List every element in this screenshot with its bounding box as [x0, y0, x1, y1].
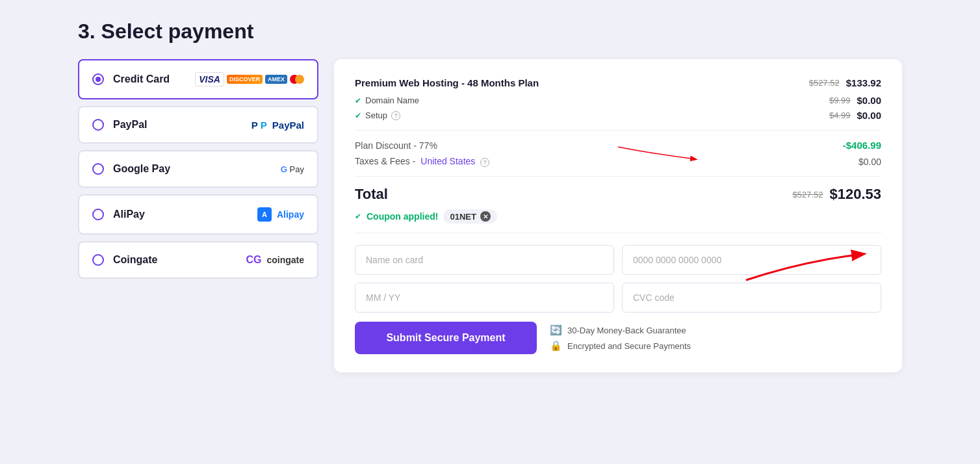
radio-alipay: [92, 209, 104, 220]
product-price-old: $527.52: [809, 78, 840, 88]
card-number-input[interactable]: [622, 245, 881, 275]
check-domain-icon: ✔: [355, 96, 361, 105]
total-old: $527.52: [792, 190, 823, 200]
coupon-applied-label: Coupon applied!: [367, 211, 438, 222]
alipay-icon: A: [257, 207, 272, 222]
gpay-logo: G Pay: [281, 164, 304, 174]
money-back-label: 30-Day Money-Back Guarantee: [567, 326, 686, 335]
total-new: $120.53: [829, 186, 881, 203]
feature-setup-label: Setup: [365, 110, 387, 120]
card-form: [355, 245, 881, 313]
taxes-label-text: Taxes & Fees -: [355, 156, 415, 166]
method-credit-card-label: Credit Card: [113, 73, 186, 85]
radio-google-pay: [92, 163, 104, 175]
method-paypal-label: PayPal: [113, 119, 242, 131]
radio-credit-card: [92, 73, 104, 85]
feature-domain-left: ✔ Domain Name: [355, 96, 419, 105]
feature-domain-price: $9.99 $0.00: [829, 95, 881, 106]
product-name: Premium Web Hosting - 48 Months Plan: [355, 77, 539, 88]
name-on-card-input[interactable]: [355, 245, 614, 275]
discover-icon: DISCOVER: [227, 75, 263, 84]
product-row: Premium Web Hosting - 48 Months Plan $52…: [355, 77, 881, 88]
visa-icon: VISA: [195, 72, 224, 86]
method-coingate[interactable]: Coingate CG coingate: [78, 241, 318, 279]
discount-amount: -$406.99: [843, 140, 881, 151]
paypal-logo: PP PayPal: [251, 120, 304, 131]
divider-1: [355, 130, 881, 131]
divider-3: [355, 233, 881, 233]
feature-setup-price: $4.99 $0.00: [829, 110, 881, 121]
paypal-p2-icon: P: [261, 120, 267, 131]
order-panel: Premium Web Hosting - 48 Months Plan $52…: [334, 59, 902, 372]
method-google-pay-label: Google Pay: [113, 163, 272, 175]
method-alipay-label: AliPay: [113, 209, 248, 220]
check-setup-icon: ✔: [355, 111, 361, 120]
coupon-row: ✔ Coupon applied! 01NET ✕: [355, 209, 881, 224]
main-layout: Credit Card VISA DISCOVER AMEX PayPal PP…: [78, 59, 902, 372]
radio-paypal: [92, 119, 104, 131]
coingate-text: coingate: [266, 255, 304, 265]
total-price-group: $527.52 $120.53: [792, 186, 881, 203]
taxes-info-icon[interactable]: ?: [480, 158, 489, 167]
method-coingate-label: Coingate: [113, 254, 237, 266]
coingate-icon: CG: [246, 254, 261, 266]
taxes-amount: $0.00: [858, 157, 881, 167]
total-label: Total: [355, 186, 388, 203]
cvc-input[interactable]: [622, 283, 881, 313]
taxes-row: Taxes & Fees - United States ? $0.00: [355, 156, 881, 167]
gpay-icons: G Pay: [281, 164, 304, 174]
feature-domain-new: $0.00: [857, 95, 881, 106]
paypal-text: PayPal: [272, 120, 304, 131]
money-back-icon: 🔄: [550, 324, 562, 336]
method-credit-card[interactable]: Credit Card VISA DISCOVER AMEX: [78, 59, 318, 99]
coingate-icons: CG coingate: [246, 254, 304, 266]
method-alipay[interactable]: AliPay A Alipay: [78, 194, 318, 235]
feature-setup: ✔ Setup ? $4.99 $0.00: [355, 110, 881, 121]
coupon-check-icon: ✔: [355, 212, 361, 221]
alipay-text: Alipay: [277, 209, 304, 220]
taxes-label: Taxes & Fees - United States ?: [355, 156, 489, 167]
product-price-new: $133.92: [846, 77, 881, 88]
submit-payment-button[interactable]: Submit Secure Payment: [355, 322, 537, 354]
feature-setup-old: $4.99: [829, 110, 851, 120]
amex-icon: AMEX: [265, 75, 287, 84]
expiry-input[interactable]: [355, 283, 614, 313]
paypal-p-icon: P: [251, 120, 258, 131]
encrypted-label: Encrypted and Secure Payments: [567, 341, 691, 351]
security-info: 🔄 30-Day Money-Back Guarantee 🔒 Encrypte…: [550, 324, 691, 352]
lock-icon: 🔒: [550, 340, 562, 352]
page-title: 3. Select payment: [78, 19, 902, 44]
discount-row: Plan Discount - 77% -$406.99: [355, 140, 881, 151]
paypal-icons: PP PayPal: [251, 120, 304, 131]
feature-domain-old: $9.99: [829, 96, 851, 105]
alipay-icons: A Alipay: [257, 207, 304, 222]
taxes-location-link[interactable]: United States: [420, 156, 475, 166]
feature-setup-new: $0.00: [857, 110, 881, 121]
money-back-item: 🔄 30-Day Money-Back Guarantee: [550, 324, 691, 336]
credit-card-icons: VISA DISCOVER AMEX: [195, 72, 304, 86]
radio-coingate: [92, 254, 104, 266]
encrypted-item: 🔒 Encrypted and Secure Payments: [550, 340, 691, 352]
discount-label: Plan Discount - 77%: [355, 140, 437, 151]
total-row: Total $527.52 $120.53: [355, 186, 881, 203]
total-section: Total $527.52 $120.53 ✔ Coupon applied!: [355, 186, 881, 224]
coupon-badge: 01NET ✕: [443, 209, 496, 224]
method-paypal[interactable]: PayPal PP PayPal: [78, 106, 318, 144]
feature-domain: ✔ Domain Name $9.99 $0.00: [355, 95, 881, 106]
setup-info-icon[interactable]: ?: [391, 111, 400, 120]
mastercard-icon: [290, 75, 304, 84]
coupon-remove-button[interactable]: ✕: [480, 211, 491, 222]
coupon-code: 01NET: [450, 212, 476, 222]
divider-2: [355, 176, 881, 177]
method-google-pay[interactable]: Google Pay G Pay: [78, 150, 318, 188]
gpay-g-icon: G: [281, 164, 287, 174]
payment-methods-list: Credit Card VISA DISCOVER AMEX PayPal PP…: [78, 59, 318, 279]
feature-setup-left: ✔ Setup ?: [355, 110, 400, 120]
feature-domain-label: Domain Name: [365, 96, 419, 105]
product-price-group: $527.52 $133.92: [809, 77, 881, 88]
submit-row: Submit Secure Payment 🔄 30-Day Money-Bac…: [355, 322, 881, 354]
